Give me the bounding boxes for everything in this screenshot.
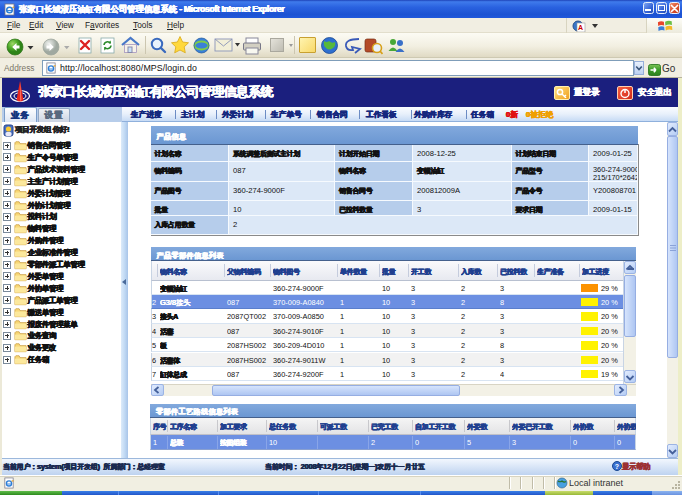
svg-text:?: ? xyxy=(615,463,619,470)
svg-text:A: A xyxy=(578,24,583,31)
